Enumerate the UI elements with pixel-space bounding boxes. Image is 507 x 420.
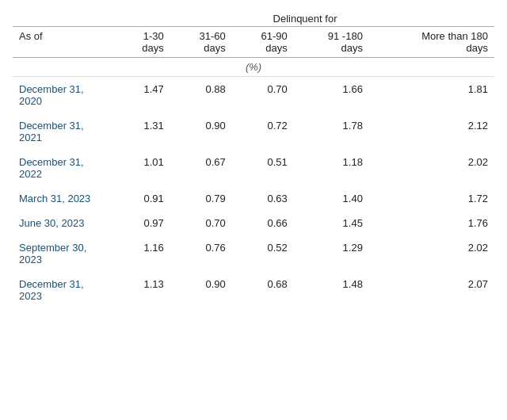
row-value-col3: 0.72: [232, 113, 294, 145]
row-value-col4: 1.40: [294, 186, 369, 206]
col3-header: 61-90 days: [232, 27, 294, 58]
row-value-col4: 1.18: [294, 150, 369, 181]
row-value-col5: 2.02: [369, 235, 494, 267]
row-value-col2: 0.79: [170, 186, 232, 206]
as-of-header: As of: [13, 27, 116, 58]
row-value-col4: 1.48: [294, 272, 369, 304]
row-value-col5: 2.12: [369, 113, 494, 145]
row-label: September 30,2023: [13, 235, 116, 267]
row-value-col5: 1.76: [369, 211, 494, 231]
row-value-col1: 1.31: [116, 113, 170, 145]
row-value-col1: 1.01: [116, 150, 170, 181]
unit-row: (%): [13, 58, 494, 77]
row-value-col3: 0.51: [232, 150, 294, 181]
row-value-col2: 0.67: [170, 150, 232, 181]
table-row: September 30,20231.160.760.521.292.02: [13, 235, 494, 267]
row-value-col1: 0.91: [116, 186, 170, 206]
row-value-col4: 1.45: [294, 211, 369, 231]
row-label: December 31,2022: [13, 150, 116, 181]
row-value-col1: 1.47: [116, 77, 170, 109]
row-value-col2: 0.90: [170, 272, 232, 304]
row-value-col3: 0.66: [232, 211, 294, 231]
row-label: March 31, 2023: [13, 186, 116, 206]
col2-header: 31-60 days: [170, 27, 232, 58]
delinquency-table: Delinquent for As of 1-30 days 31-60 day…: [13, 8, 494, 304]
table-row: June 30, 20230.970.700.661.451.76: [13, 211, 494, 231]
col5-header: More than 180 days: [369, 27, 494, 58]
table-row: December 31,20201.470.880.701.661.81: [13, 77, 494, 109]
as-of-blank: [13, 8, 116, 27]
row-label: December 31,2023: [13, 272, 116, 304]
row-value-col1: 0.97: [116, 211, 170, 231]
row-value-col4: 1.66: [294, 77, 369, 109]
row-value-col3: 0.63: [232, 186, 294, 206]
table-row: March 31, 20230.910.790.631.401.72: [13, 186, 494, 206]
row-value-col3: 0.70: [232, 77, 294, 109]
col4-header: 91 -180 days: [294, 27, 369, 58]
table-row: December 31,20221.010.670.511.182.02: [13, 150, 494, 181]
row-value-col5: 1.81: [369, 77, 494, 109]
row-value-col5: 1.72: [369, 186, 494, 206]
row-value-col1: 1.16: [116, 235, 170, 267]
row-value-col2: 0.70: [170, 211, 232, 231]
row-value-col1: 1.13: [116, 272, 170, 304]
row-value-col3: 0.68: [232, 272, 294, 304]
col1-header: 1-30 days: [116, 27, 170, 58]
row-value-col4: 1.78: [294, 113, 369, 145]
row-value-col2: 0.90: [170, 113, 232, 145]
row-value-col3: 0.52: [232, 235, 294, 267]
row-label: December 31,2020: [13, 77, 116, 109]
row-value-col4: 1.29: [294, 235, 369, 267]
row-value-col2: 0.76: [170, 235, 232, 267]
table-row: December 31,20231.130.900.681.482.07: [13, 272, 494, 304]
row-label: December 31,2021: [13, 113, 116, 145]
row-value-col5: 2.07: [369, 272, 494, 304]
row-label: June 30, 2023: [13, 211, 116, 231]
table-row: December 31,20211.310.900.721.782.12: [13, 113, 494, 145]
main-header: Delinquent for: [116, 8, 494, 27]
row-value-col5: 2.02: [369, 150, 494, 181]
row-value-col2: 0.88: [170, 77, 232, 109]
